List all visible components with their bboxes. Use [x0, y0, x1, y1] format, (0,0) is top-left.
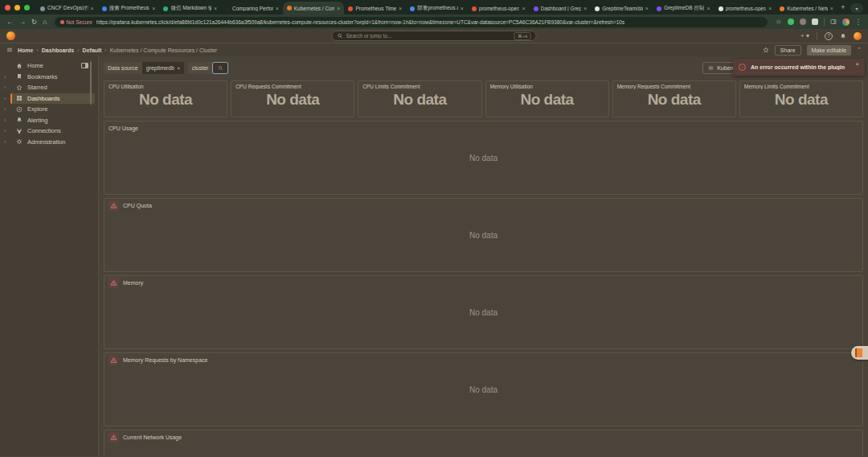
minimize-window-button[interactable] [14, 5, 20, 10]
panel-title[interactable]: CPU Utilisation [108, 84, 223, 89]
sidebar-item[interactable]: › Bookmarks [0, 72, 98, 83]
tab-close-icon[interactable]: × [830, 6, 833, 11]
extension-handle[interactable] [851, 346, 868, 360]
notifications-bell-icon[interactable] [840, 33, 846, 39]
breadcrumb-item[interactable]: Dashboards › [42, 47, 80, 53]
forward-icon[interactable]: → [19, 19, 27, 26]
global-search-box[interactable]: ⌘+k [332, 31, 537, 41]
search-input[interactable] [346, 33, 511, 39]
browser-tab[interactable]: CNCF DevOps讨论 × [36, 2, 98, 14]
close-window-button[interactable] [5, 5, 10, 10]
sidebar-item[interactable]: › Home [0, 60, 98, 72]
browser-tab[interactable]: prometheus-opera × [468, 2, 530, 14]
panel-error-icon[interactable] [108, 200, 119, 211]
sidebar-item[interactable]: › Connections [0, 126, 98, 137]
dock-sidebar-icon[interactable] [81, 63, 88, 68]
browser-tab[interactable]: 部署prometheus a × [406, 2, 468, 14]
share-button[interactable]: Share [775, 45, 801, 56]
expand-chevron-icon[interactable]: › [4, 106, 10, 112]
browser-tab[interactable]: GreptimeTeam/da × [591, 2, 653, 14]
maximize-window-button[interactable] [24, 5, 30, 10]
grafana-logo[interactable] [6, 31, 15, 40]
browser-tab[interactable]: Comparing Perform × [221, 2, 283, 14]
url-bar[interactable]: Not Secure https://grafana.kubernetes.cl… [55, 17, 768, 27]
browser-profile-avatar[interactable] [842, 19, 850, 26]
panel-title[interactable]: Memory Requests Commitment [617, 84, 731, 89]
tab-close-icon[interactable]: × [645, 6, 649, 11]
help-icon[interactable]: ? [825, 32, 833, 40]
datasource-picker[interactable]: greptimedb ▾ [142, 62, 184, 74]
favorite-star-icon[interactable] [763, 47, 769, 53]
panel-title[interactable]: CPU Usage [108, 126, 138, 131]
sidebar-item[interactable]: › Alerting [0, 115, 98, 126]
browser-tab[interactable]: prometheus-opera × [714, 2, 776, 14]
browser-tab[interactable]: 搜索 Prometheus A × [98, 2, 160, 14]
breadcrumb-item[interactable]: Default › [83, 47, 107, 53]
sidebar-item[interactable]: › Explore [0, 104, 98, 115]
browser-tab[interactable]: Kubernetes / Comp × [283, 2, 345, 14]
extension-icon-gray[interactable] [800, 19, 806, 25]
breadcrumb-label[interactable]: Dashboards [42, 47, 74, 53]
tab-close-icon[interactable]: × [214, 6, 217, 11]
panel-header[interactable]: Memory Requests by Namespace [104, 353, 862, 367]
panel-title[interactable]: CPU Requests Commitment [235, 84, 350, 89]
panel-title[interactable]: Current Network Usage [123, 434, 182, 440]
tab-search-chevron-icon[interactable]: ▾ [850, 3, 863, 13]
collapse-caret-icon[interactable]: ⌃ [857, 47, 862, 53]
tab-close-icon[interactable]: × [461, 6, 464, 11]
browser-tab[interactable]: Prometheus Time S × [344, 2, 406, 14]
tab-close-icon[interactable]: × [91, 6, 94, 11]
panel-header[interactable]: Current Network Usage [104, 430, 862, 444]
tab-close-icon[interactable]: × [152, 6, 155, 11]
panel-title[interactable]: Memory Requests by Namespace [123, 357, 207, 363]
tab-close-icon[interactable]: × [583, 6, 587, 11]
menu-dots-icon[interactable]: ⋮ [855, 19, 862, 26]
cluster-filter-input[interactable] [212, 62, 228, 74]
user-avatar[interactable] [854, 32, 862, 40]
sidebar-item[interactable]: › Administration [0, 137, 98, 148]
browser-tab[interactable]: Kubernetes / Netw × [776, 2, 837, 14]
breadcrumb-item[interactable]: Home › [18, 47, 39, 53]
breadcrumb-item[interactable]: Kubernetes / Compute Resources / Cluster… [110, 47, 217, 53]
back-icon[interactable]: ← [6, 19, 14, 26]
expand-chevron-icon[interactable]: › [4, 74, 10, 80]
panel-title[interactable]: CPU Quota [123, 203, 152, 208]
panel-title[interactable]: Memory [123, 280, 143, 286]
bookmark-star-icon[interactable]: ☆ [776, 19, 782, 26]
panel-title[interactable]: Memory Limits Commitment [744, 84, 858, 89]
make-editable-button[interactable]: Make editable [807, 45, 852, 56]
panel-error-icon[interactable] [108, 355, 119, 365]
sidebar-scrollbar-thumb[interactable] [90, 61, 92, 105]
mega-menu-burger-icon[interactable] [6, 47, 13, 53]
breadcrumb-label[interactable]: Default [83, 47, 102, 53]
panel-header[interactable]: CPU Quota [104, 199, 862, 212]
expand-chevron-icon[interactable]: › [4, 128, 10, 134]
new-tab-button[interactable]: + [837, 0, 849, 14]
browser-tab[interactable]: GreptimeDB 控制台 × [653, 2, 714, 14]
expand-chevron-icon[interactable]: › [4, 96, 10, 101]
toast-close-icon[interactable]: × [855, 61, 859, 68]
not-secure-badge[interactable]: Not Secure [60, 19, 92, 25]
side-panel-icon[interactable] [830, 19, 837, 25]
expand-chevron-icon[interactable]: › [4, 117, 10, 123]
reload-icon[interactable]: ↻ [31, 19, 37, 26]
panel-header[interactable]: Memory [104, 276, 862, 290]
panel-title[interactable]: CPU Limits Commitment [362, 84, 477, 89]
tab-close-icon[interactable]: × [522, 6, 525, 11]
tab-close-icon[interactable]: × [768, 6, 772, 11]
browser-tab[interactable]: 微信 Markdown 编辑 × [159, 2, 221, 14]
extension-icon-green[interactable] [788, 19, 794, 25]
tab-close-icon[interactable]: × [337, 6, 340, 11]
expand-chevron-icon[interactable]: › [4, 84, 10, 90]
extensions-puzzle-icon[interactable] [812, 19, 818, 25]
sidebar-item[interactable]: › Starred [0, 82, 98, 93]
breadcrumb-label[interactable]: Kubernetes / Compute Resources / Cluster [110, 47, 217, 53]
panel-error-icon[interactable] [108, 432, 119, 443]
panel-title[interactable]: Memory Utilisation [490, 84, 604, 89]
panel-error-icon[interactable] [108, 278, 119, 288]
browser-tab[interactable]: Dashboard | Grept × [530, 2, 592, 14]
panel-header[interactable]: CPU Usage [104, 121, 862, 135]
tab-close-icon[interactable]: × [399, 6, 402, 11]
new-item-plus-icon[interactable]: + ▾ [800, 33, 809, 39]
home-icon[interactable]: ⌂ [43, 19, 47, 26]
